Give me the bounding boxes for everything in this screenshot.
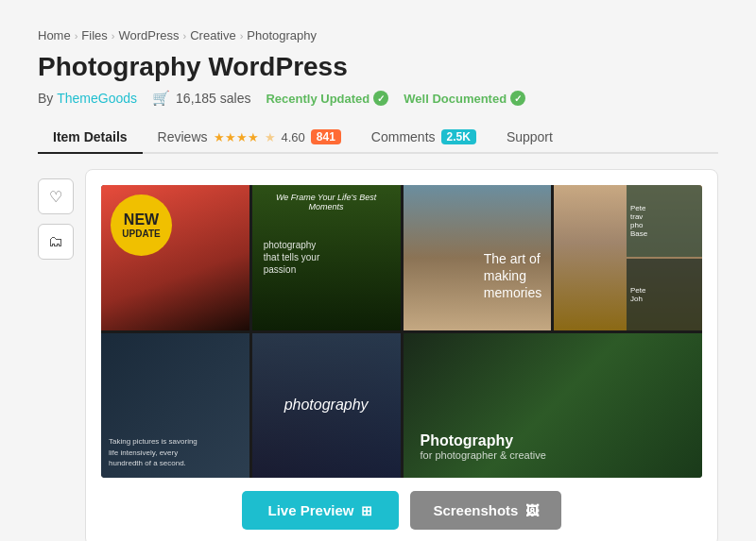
tab-reviews[interactable]: Reviews ★★★★★ 4.60 841	[143, 122, 356, 152]
monitor-icon: ⊞	[361, 503, 372, 518]
breadcrumb-current: Photography	[247, 28, 317, 42]
sidebar-actions: ♡ 🗂	[38, 169, 74, 541]
sales-info: 🛒 16,185 sales	[152, 90, 250, 107]
new-update-badge: NEW UPDATE	[111, 194, 172, 256]
author-link[interactable]: ThemeGoods	[57, 91, 137, 106]
photography-italic-text: photography	[284, 397, 369, 414]
heart-icon: ♡	[49, 188, 62, 206]
chevron-icon: ›	[183, 30, 187, 42]
art-line1: The art of	[484, 250, 541, 267]
live-preview-label: Live Preview	[268, 502, 354, 518]
live-preview-button[interactable]: Live Preview ⊞	[242, 491, 400, 530]
check-circle-icon: ✓	[373, 91, 388, 106]
theme-preview-grid: NEW UPDATE photographythat tells yourpas…	[101, 185, 702, 478]
author-byline: By ThemeGoods	[38, 91, 137, 106]
meta-row: By ThemeGoods 🛒 16,185 sales Recently Up…	[38, 90, 718, 107]
preview-cell-6: photography	[252, 333, 401, 479]
tab-comments-label: Comments	[371, 129, 436, 144]
art-line2: making	[484, 267, 541, 284]
art-text: The art of making memories	[484, 250, 541, 302]
folder-icon: 🗂	[48, 233, 63, 250]
art-line3: memories	[484, 284, 541, 301]
bottom-caption: Photography for photographer & creative	[413, 425, 554, 468]
screenshots-label: Screenshots	[433, 502, 518, 518]
photo-sub: for photographer & creative	[421, 449, 546, 461]
tab-item-details[interactable]: Item Details	[38, 122, 143, 154]
breadcrumb-home[interactable]: Home	[38, 28, 71, 42]
preview-center-text: We Frame Your Life's Best Moments	[252, 185, 401, 330]
recently-updated-label: Recently Updated	[266, 92, 369, 106]
preview-card: NEW UPDATE photographythat tells yourpas…	[85, 169, 718, 541]
breadcrumb-creative[interactable]: Creative	[190, 28, 235, 42]
chevron-icon: ›	[112, 30, 115, 42]
breadcrumb-files[interactable]: Files	[81, 28, 107, 42]
half-star-icon: ★	[265, 130, 276, 144]
preview-cell-1: NEW UPDATE	[101, 185, 249, 330]
image-icon: 🖼	[525, 503, 539, 518]
tabs-bar: Item Details Reviews ★★★★★ 4.60 841 Comm…	[38, 122, 718, 154]
preview-cell-3: The art of making memories	[404, 185, 552, 330]
actions-row: Live Preview ⊞ Screenshots 🖼	[101, 491, 702, 530]
chevron-icon: ›	[75, 30, 78, 42]
well-documented-label: Well Documented	[404, 92, 507, 106]
preview-cell-2: photographythat tells yourpassion We Fra…	[252, 185, 401, 330]
stars-icon: ★★★★	[214, 130, 259, 144]
rating-value: 4.60	[282, 130, 305, 144]
collections-button[interactable]: 🗂	[38, 224, 74, 260]
new-text: NEW	[124, 211, 159, 228]
tab-comments[interactable]: Comments 2.5K	[356, 122, 491, 152]
preview-cell-4: PetetravphoBase PeteJoh	[554, 185, 702, 330]
cart-icon: 🛒	[152, 90, 170, 107]
recently-updated-badge: Recently Updated ✓	[266, 91, 388, 106]
check-circle-icon: ✓	[510, 91, 525, 106]
tab-support[interactable]: Support	[491, 122, 568, 152]
sales-count: 16,185 sales	[176, 91, 250, 106]
chevron-icon: ›	[240, 30, 244, 42]
side-thumbnails: PetetravphoBase PeteJoh	[627, 185, 702, 330]
p5-text: Taking pictures is savoringlife intensiv…	[109, 436, 198, 468]
breadcrumb-wordpress[interactable]: WordPress	[118, 28, 179, 42]
preview-cell-5: Taking pictures is savoringlife intensiv…	[101, 333, 249, 479]
comment-count-badge: 2.5K	[441, 129, 476, 144]
favorite-button[interactable]: ♡	[38, 178, 74, 214]
well-documented-badge: Well Documented ✓	[404, 91, 525, 106]
breadcrumb: Home › Files › WordPress › Creative › Ph…	[38, 28, 718, 42]
main-content: ♡ 🗂 NEW UPDATE photography	[38, 169, 718, 541]
preview-cell-7: Photography for photographer & creative	[404, 333, 703, 479]
page-title: Photography WordPress	[38, 52, 718, 82]
page-wrapper: Home › Files › WordPress › Creative › Ph…	[19, 19, 737, 541]
update-text: UPDATE	[122, 228, 160, 239]
side-thumb-2: PeteJoh	[627, 259, 702, 330]
tab-reviews-label: Reviews	[158, 129, 208, 144]
review-count-badge: 841	[311, 129, 341, 144]
side-thumb-1: PetetravphoBase	[627, 185, 702, 257]
screenshots-button[interactable]: Screenshots 🖼	[410, 491, 561, 530]
photo-label: Photography	[421, 432, 546, 449]
